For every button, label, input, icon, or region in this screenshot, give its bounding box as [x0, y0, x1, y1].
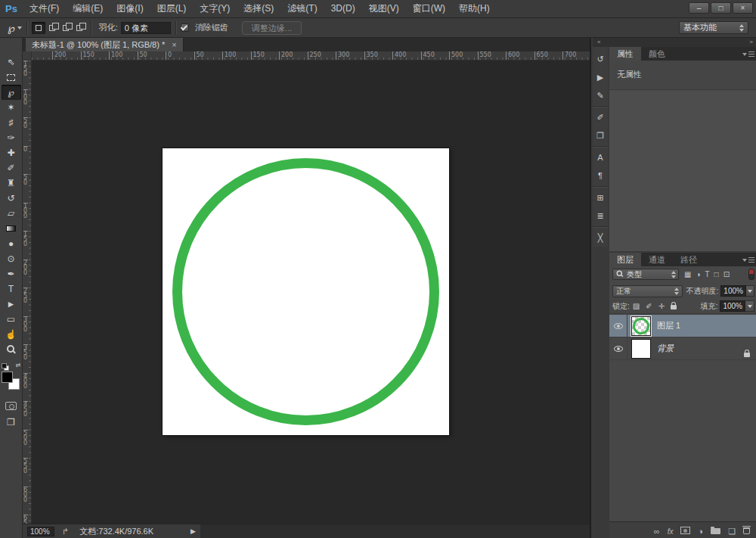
status-flyout-button[interactable]: ▶: [191, 527, 196, 535]
menu-window[interactable]: 窗口(W): [406, 0, 452, 17]
delete-layer-icon[interactable]: [743, 524, 750, 537]
menu-image[interactable]: 图像(I): [110, 0, 150, 17]
layer-row[interactable]: 背景: [609, 337, 756, 360]
filter-type-icon[interactable]: T: [705, 270, 710, 278]
quick-selection-tool[interactable]: ✶: [2, 100, 21, 115]
measurement-panel-icon[interactable]: ╳: [593, 229, 608, 247]
tab-color[interactable]: 颜色: [641, 47, 673, 61]
menu-3d[interactable]: 3D(D): [324, 0, 362, 17]
rectangle-tool[interactable]: ▭: [2, 312, 21, 327]
close-tab-icon[interactable]: ×: [172, 40, 176, 49]
filter-kind-dropdown[interactable]: 类型: [612, 269, 679, 280]
canvas[interactable]: [163, 148, 449, 435]
minimize-button[interactable]: –: [689, 2, 709, 14]
history-panel-icon[interactable]: ↺: [593, 50, 608, 68]
dodge-tool[interactable]: ⊙: [2, 251, 21, 266]
menu-select[interactable]: 选择(S): [237, 0, 280, 17]
ruler-origin-corner[interactable]: [23, 51, 32, 61]
rectangular-marquee-tool[interactable]: [2, 70, 21, 85]
collapse-panels-button[interactable]: »: [750, 39, 753, 45]
fill-value[interactable]: 100%: [720, 300, 745, 312]
brush-tool[interactable]: ✐: [2, 160, 21, 176]
canvas-viewport[interactable]: [32, 61, 590, 524]
blend-mode-dropdown[interactable]: 正常: [612, 285, 683, 297]
lasso-tool[interactable]: ℘: [2, 85, 21, 100]
paragraph-panel-icon[interactable]: ¶: [593, 166, 608, 185]
menu-filter[interactable]: 滤镜(T): [280, 0, 324, 17]
link-layers-icon[interactable]: ∞: [654, 524, 660, 537]
tab-channels[interactable]: 通道: [641, 253, 673, 266]
filter-shape-icon[interactable]: □: [714, 270, 719, 278]
collapse-strip-button[interactable]: «: [597, 39, 600, 45]
workspace-switcher[interactable]: 基本功能: [679, 21, 748, 34]
close-button[interactable]: ×: [733, 2, 753, 14]
adjustment-layer-icon[interactable]: ◑: [698, 524, 703, 537]
menu-type[interactable]: 文字(Y): [193, 0, 237, 17]
filter-adjustment-icon[interactable]: ◑: [696, 270, 700, 278]
menu-view[interactable]: 视图(V): [362, 0, 406, 17]
notes-panel-icon[interactable]: ✎: [593, 86, 608, 104]
fill-dropdown-button[interactable]: [745, 300, 754, 312]
new-layer-icon[interactable]: ❏: [728, 524, 736, 537]
opacity-value[interactable]: 100%: [720, 285, 746, 297]
lock-position-icon[interactable]: ✛: [658, 302, 665, 310]
new-selection-button[interactable]: [32, 22, 45, 34]
swap-colors-icon[interactable]: ⇄: [16, 362, 21, 369]
gradient-tool[interactable]: [2, 221, 21, 236]
horizontal-ruler[interactable]: 2001501005005010015020025030035040045050…: [32, 51, 590, 61]
opacity-dropdown-button[interactable]: [746, 285, 754, 297]
refine-edge-button[interactable]: 调整边缘...: [242, 21, 302, 35]
actions-panel-icon[interactable]: ▶: [593, 68, 608, 86]
screen-mode-button[interactable]: ❐: [2, 415, 21, 430]
spot-healing-brush-tool[interactable]: ✚: [2, 145, 21, 160]
intersect-selection-button[interactable]: [73, 22, 86, 34]
document-tab[interactable]: 未标题-1 @ 100% (图层 1, RGB/8) * ×: [26, 38, 184, 51]
tab-layers[interactable]: 图层: [609, 253, 641, 266]
type-tool[interactable]: T: [2, 281, 21, 297]
clone-stamp-tool[interactable]: ♜: [2, 176, 21, 191]
pen-tool[interactable]: ✒: [2, 266, 21, 281]
maximize-button[interactable]: □: [711, 2, 731, 14]
add-layer-mask-icon[interactable]: [680, 524, 690, 537]
hand-tool[interactable]: ☝: [2, 327, 21, 342]
blur-tool[interactable]: ●: [2, 236, 21, 251]
layer-style-icon[interactable]: fx: [668, 524, 674, 537]
menu-file[interactable]: 文件(F): [23, 0, 66, 17]
menu-help[interactable]: 帮助(H): [452, 0, 497, 17]
panel-menu-icon[interactable]: [742, 51, 754, 58]
tab-properties[interactable]: 属性: [609, 47, 641, 61]
visibility-toggle[interactable]: [609, 315, 627, 337]
lock-transparency-icon[interactable]: ▨: [633, 302, 640, 310]
move-tool[interactable]: ⇖: [2, 54, 21, 70]
zoom-level-input[interactable]: 100%: [27, 527, 54, 536]
history-brush-tool[interactable]: ↺: [2, 191, 21, 206]
panel-menu-icon[interactable]: [742, 257, 754, 263]
character-styles-panel-icon[interactable]: ⊞: [593, 188, 608, 207]
default-colors-icon[interactable]: [2, 363, 8, 370]
eyedropper-tool[interactable]: ✑: [2, 130, 21, 145]
current-tool-indicator[interactable]: ℘: [8, 22, 22, 34]
new-group-icon[interactable]: [711, 524, 720, 537]
menu-layer[interactable]: 图层(L): [150, 0, 194, 17]
tab-paths[interactable]: 路径: [673, 253, 705, 266]
layer-filter-toggle[interactable]: [748, 269, 754, 280]
crop-tool[interactable]: ♯: [2, 115, 21, 130]
menu-edit[interactable]: 编辑(E): [66, 0, 110, 17]
zoom-tool[interactable]: [2, 342, 21, 357]
character-panel-icon[interactable]: A: [593, 148, 608, 166]
lock-paint-icon[interactable]: ✐: [646, 302, 652, 310]
path-selection-tool[interactable]: ►: [2, 297, 21, 312]
vertical-ruler[interactable]: 1501005005010015020025030035040045050055…: [23, 61, 32, 524]
quick-mask-button[interactable]: [2, 398, 21, 413]
antialias-checkbox[interactable]: [181, 23, 189, 32]
eraser-tool[interactable]: ▱: [2, 206, 21, 221]
filter-smart-object-icon[interactable]: ⊡: [723, 270, 730, 278]
layer-row[interactable]: 图层 1: [609, 315, 756, 337]
add-selection-button[interactable]: [45, 22, 59, 34]
lock-all-icon[interactable]: [671, 302, 677, 311]
filter-pixel-icon[interactable]: ▦: [684, 270, 691, 278]
feather-input[interactable]: 0 像素: [121, 22, 171, 34]
paragraph-styles-panel-icon[interactable]: ≣: [593, 207, 608, 225]
foreground-color-swatch[interactable]: [2, 372, 13, 383]
subtract-selection-button[interactable]: [59, 22, 73, 34]
